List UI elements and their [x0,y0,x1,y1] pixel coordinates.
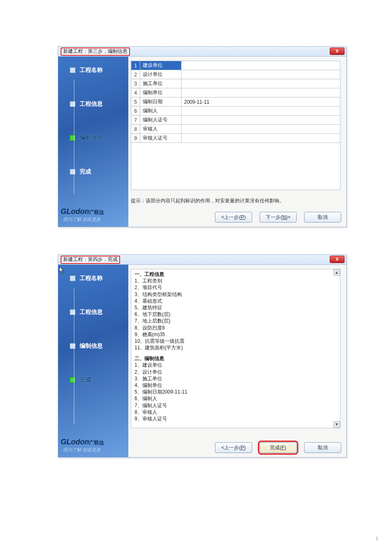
row-key: 审核人证号 [140,134,182,143]
wizard-line [74,80,74,194]
scroll-up-icon[interactable]: ▲ [333,269,340,276]
row-value[interactable] [182,61,340,70]
step-label: 编制信息 [80,342,103,350]
summary-line: 9、檐高(m)35 [135,331,337,338]
step-box-icon [70,275,76,281]
prev-button[interactable]: <上一步(P) [215,442,252,453]
summary-line: 10、抗震等级一级抗震 [135,338,337,344]
prev-button[interactable]: <上一步(P) [215,212,252,223]
wizard-step-name[interactable]: 工程名称 [70,66,128,74]
close-button[interactable]: x [330,256,345,263]
table-row[interactable]: 2设计单位 [131,70,340,79]
summary-line: 6、地下层数(层) [135,311,337,318]
summary-line: 4、编制单位 [135,382,337,389]
summary-textarea[interactable]: ▲ 一、工程信息 1、工程类别2、项目代号3、结构类型框架结构4、基础形式5、建… [131,269,340,428]
summary-line: 5、建筑特征 [135,304,337,311]
row-value[interactable] [182,107,340,116]
summary-line: 3、结构类型框架结构 [135,291,337,298]
dialog-title: 新建工程：第四步，完成 [63,256,118,263]
finish-button[interactable]: 完成(F) [260,442,297,453]
row-index: 9 [131,134,140,143]
row-value[interactable] [182,79,340,88]
row-value[interactable] [182,70,340,79]
dialog-body: 工程名称 工程信息 编制信息 完成 GLodon广联达 因为了解 创造更多 [58,57,346,227]
dialog-title: 新建工程：第三步，编制信息 [63,48,128,55]
summary-line: 4、基础形式 [135,298,337,304]
row-index: 7 [131,116,140,125]
row-index: 3 [131,79,140,88]
wizard-step-name[interactable]: 工程名称 [70,275,128,282]
property-table[interactable]: 1建设单位2设计单位3施工单位4编制单位5编制日期2009-11-116编制人7… [131,61,340,143]
row-index: 5 [131,97,140,107]
step-box-icon [70,343,76,349]
table-row[interactable]: 6编制人 [131,107,340,116]
wizard-step-compile[interactable]: 编制信息 [70,134,128,142]
title-highlight: 新建工程：第三步，编制信息 [61,47,130,56]
main-panel: ▲ 一、工程信息 1、工程类别2、项目代号3、结构类型框架结构4、基础形式5、建… [128,265,346,457]
summary-section1-title: 一、工程信息 [135,271,337,278]
row-key: 审核人 [140,125,182,134]
table-row[interactable]: 5编制日期2009-11-11 [131,97,340,107]
summary-section1-lines: 1、工程类别2、项目代号3、结构类型框架结构4、基础形式5、建筑特征6、地下层数… [135,278,337,351]
wizard-step-finish[interactable]: 完成 [70,168,128,176]
table-row[interactable]: 7编制人证号 [131,116,340,125]
cancel-button[interactable]: 取消 [304,212,341,223]
summary-line: 6、编制人 [135,395,337,402]
row-value[interactable] [182,134,340,143]
cancel-button[interactable]: 取消 [304,442,341,453]
row-index: 1 [131,61,140,70]
table-row[interactable]: 1建设单位 [131,61,340,70]
table-row[interactable]: 9审核人证号 [131,134,340,143]
brand-logo: GLodon广联达 [61,207,104,216]
step-box-icon [70,309,76,315]
next-button[interactable]: 下一步(N)> [260,212,297,223]
row-key: 编制人证号 [140,116,182,125]
summary-line: 8、审核人 [135,409,337,415]
row-value[interactable] [182,116,340,125]
row-key: 建设单位 [140,61,182,70]
step-box-icon [70,169,76,175]
summary-line: 11、建筑面积(平方米) [135,344,337,351]
table-row[interactable]: 3施工单位 [131,79,340,88]
row-key: 编制单位 [140,88,182,97]
table-row[interactable]: 8审核人 [131,125,340,134]
wizard-step-compile[interactable]: 编制信息 [70,342,128,350]
row-index: 8 [131,125,140,134]
cursor-icon [59,266,66,275]
step-label: 编制信息 [80,134,103,142]
brand-slogan: 因为了解 创造更多 [63,216,101,223]
summary-section2-lines: 1、建设单位2、设计单位3、施工单位4、编制单位5、编制日期2009-11-11… [135,362,337,422]
wizard-step-finish[interactable]: 完成 [70,376,128,384]
close-button[interactable]: x [330,47,345,55]
row-key: 编制人 [140,107,182,116]
step-box-icon [70,101,76,107]
scroll-down-icon[interactable]: ▼ [333,421,340,428]
row-value[interactable] [182,88,340,97]
summary-line: 2、项目代号 [135,284,337,291]
summary-line: 9、审核人证号 [135,415,337,422]
summary-line: 2、设计单位 [135,369,337,375]
wizard-line [74,288,74,424]
titlebar[interactable]: 新建工程：第四步，完成 x [58,255,346,265]
step-label: 工程名称 [80,275,103,282]
step-label: 工程信息 [80,100,103,108]
button-row: <上一步(P) 下一步(N)> 取消 [215,212,341,223]
table-filler [131,143,340,190]
dialog-step4: 新建工程：第四步，完成 x 工程名称 工程信息 [58,254,347,458]
row-value[interactable]: 2009-11-11 [182,97,340,107]
step-label: 完成 [80,376,91,384]
step-box-icon [70,67,76,73]
brand-logo: GLodon广联达 [61,438,104,446]
main-panel: 1建设单位2设计单位3施工单位4编制单位5编制日期2009-11-116编制人7… [128,57,346,227]
row-value[interactable] [182,125,340,134]
wizard-step-info[interactable]: 工程信息 [70,308,128,316]
hint-text: 提示：该部分内容只起到标识的作用，对安装量的计算没有任何影响。 [131,197,284,204]
wizard-step-info[interactable]: 工程信息 [70,100,128,108]
titlebar[interactable]: 新建工程：第三步，编制信息 x [58,47,346,57]
table-row[interactable]: 4编制单位 [131,88,340,97]
page: 新建工程：第三步，编制信息 x 工程名称 工程信息 编制 [0,0,392,555]
row-key: 设计单位 [140,70,182,79]
brand-slogan: 因为了解 创造更多 [63,447,101,453]
wizard-sidebar: 工程名称 工程信息 编制信息 完成 GLodon广联达 因为了解 创造更多 [58,57,128,227]
summary-line: 7、地上层数(层) [135,318,337,324]
